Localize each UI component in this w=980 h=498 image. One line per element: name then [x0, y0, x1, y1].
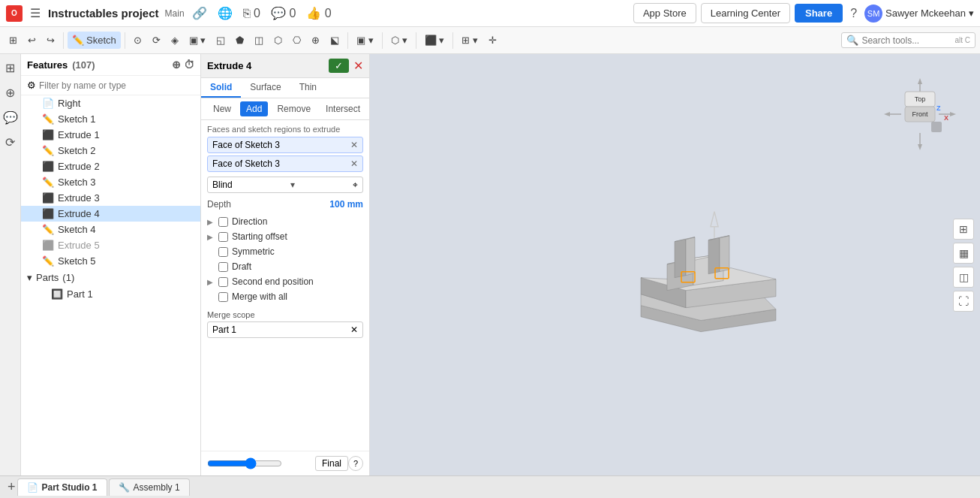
dialog-ok-button[interactable]: ✓ — [329, 59, 349, 73]
feature-item-right[interactable]: 📄 Right — [21, 95, 200, 111]
final-button[interactable]: Final — [315, 456, 348, 471]
sketch-button[interactable]: ✏️ Sketch — [68, 32, 121, 49]
blind-target-icon[interactable]: ⌖ — [353, 180, 358, 190]
feature-item-sketch4[interactable]: ✏️ Sketch 4 — [21, 222, 200, 237]
copy-button[interactable]: ⎘ 0 — [240, 4, 263, 23]
hamburger-button[interactable]: ☰ — [27, 3, 44, 23]
direction-expand-icon[interactable]: ▶ — [207, 218, 213, 226]
tool5-button[interactable]: ◱ — [212, 32, 230, 49]
subtab-intersect[interactable]: Intersect — [320, 101, 366, 116]
depth-row: Depth 100 mm — [207, 198, 363, 211]
section-view-button[interactable]: ◫ — [953, 267, 974, 288]
option-merge-all: ▶ Merge with all — [207, 289, 363, 304]
tool12-button[interactable]: ▣ ▾ — [352, 32, 378, 49]
tool2-button[interactable]: ⟳ — [148, 32, 165, 49]
tool16-button[interactable]: ✛ — [484, 32, 501, 49]
add-icon[interactable]: ⊕ — [3, 83, 17, 102]
like-icon: 👍 — [306, 7, 321, 20]
tab-thin[interactable]: Thin — [290, 78, 326, 98]
second-end-expand-icon[interactable]: ▶ — [207, 278, 213, 286]
link-icon-button[interactable]: 🔗 — [189, 3, 210, 23]
chat-icon[interactable]: 💬 — [1, 108, 20, 127]
help-button[interactable]: ? — [847, 4, 860, 23]
appearance-button[interactable]: ⛶ — [953, 291, 974, 312]
globe-icon-button[interactable]: 🌐 — [215, 3, 236, 23]
parts-header[interactable]: ▾ Parts (1) — [21, 269, 200, 286]
help-dialog-button[interactable]: ? — [348, 456, 363, 471]
tool14-button[interactable]: ⬛ ▾ — [420, 32, 449, 49]
feature-item-extrude4[interactable]: ⬛ Extrude 4 — [21, 206, 200, 222]
face1-remove-button[interactable]: ✕ — [350, 140, 358, 150]
feature-item-part1[interactable]: 🔲 Part 1 — [21, 286, 200, 302]
dialog-cancel-button[interactable]: ✕ — [353, 59, 363, 73]
share-button[interactable]: Share — [795, 4, 843, 23]
search-input[interactable] — [861, 35, 951, 46]
logo: O — [6, 5, 23, 22]
feature-item-extrude5[interactable]: ⬛ Extrude 5 — [21, 237, 200, 253]
tool1-button[interactable]: ⊙ — [129, 32, 146, 49]
blind-selector[interactable]: Blind ▾ ⌖ — [207, 177, 363, 193]
feature-item-sketch5[interactable]: ✏️ Sketch 5 — [21, 253, 200, 269]
starting-offset-checkbox[interactable] — [218, 232, 228, 242]
draft-checkbox[interactable] — [218, 262, 228, 272]
clock-icon[interactable]: ⏱ — [184, 59, 194, 71]
feature-item-extrude3[interactable]: ⬛ Extrude 3 — [21, 190, 200, 206]
starting-offset-expand-icon[interactable]: ▶ — [207, 233, 213, 241]
filter-input[interactable] — [39, 80, 194, 91]
add-feature-icon[interactable]: ⊕ — [172, 59, 181, 71]
second-end-checkbox[interactable] — [218, 277, 228, 287]
features-icon[interactable]: ⊞ — [3, 59, 17, 77]
tool6-button[interactable]: ⬟ — [231, 32, 248, 49]
user-avatar: SM — [864, 5, 882, 23]
tool8-button[interactable]: ⬡ — [269, 32, 287, 49]
tool4-button[interactable]: ▣ ▾ — [185, 32, 211, 49]
subtab-remove[interactable]: Remove — [271, 101, 317, 116]
tab-solid[interactable]: Solid — [201, 78, 241, 98]
blind-dropdown-icon[interactable]: ▾ — [290, 180, 295, 190]
tool7-button[interactable]: ◫ — [250, 32, 268, 49]
extrude-dialog: Extrude 4 ✓ ✕ Solid Surface Thin New Add… — [201, 54, 370, 475]
feature-item-extrude1[interactable]: ⬛ Extrude 1 — [21, 127, 200, 143]
project-title: Instructables project — [48, 7, 159, 20]
feature-item-sketch2[interactable]: ✏️ Sketch 2 — [21, 143, 200, 158]
comment-button[interactable]: 💬 0 — [268, 3, 299, 23]
tab-part-studio[interactable]: 📄 Part Studio 1 — [17, 478, 107, 496]
symmetric-checkbox[interactable] — [218, 247, 228, 257]
tool11-button[interactable]: ⬕ — [326, 32, 344, 49]
history-icon[interactable]: ⟳ — [3, 133, 17, 152]
nav-cube[interactable]: Top Front Z X — [882, 77, 957, 152]
sketch3-icon: ✏️ — [42, 177, 54, 188]
subtab-new[interactable]: New — [207, 101, 237, 116]
redo-button[interactable]: ↪ — [42, 32, 59, 49]
tool13-button[interactable]: ⬡ ▾ — [386, 32, 412, 49]
feature-label-extrude4: Extrude 4 — [58, 208, 100, 219]
merge-scope-remove-icon[interactable]: ✕ — [350, 324, 358, 335]
tool9-button[interactable]: ⎔ — [288, 32, 305, 49]
feature-item-sketch1[interactable]: ✏️ Sketch 1 — [21, 111, 200, 127]
branch-label: Main — [165, 8, 185, 19]
face2-remove-button[interactable]: ✕ — [350, 158, 358, 169]
feature-item-sketch3[interactable]: ✏️ Sketch 3 — [21, 174, 200, 190]
tool10-button[interactable]: ⊕ — [307, 32, 324, 49]
option-second-end-position: ▶ Second end position — [207, 274, 363, 289]
like-button[interactable]: 👍 0 — [303, 3, 334, 23]
add-tab-icon[interactable]: + — [8, 479, 16, 495]
separator-1 — [63, 32, 64, 49]
learning-center-button[interactable]: Learning Center — [701, 3, 790, 23]
user-menu[interactable]: SM Sawyer Mckeehan ▾ — [864, 5, 974, 23]
tool3-button[interactable]: ◈ — [167, 32, 183, 49]
tab-surface[interactable]: Surface — [241, 78, 290, 98]
display-mode-button[interactable]: ▦ — [953, 243, 974, 264]
grid-button[interactable]: ⊞ — [5, 32, 22, 49]
tool15-button[interactable]: ⊞ ▾ — [457, 32, 482, 49]
preview-slider[interactable] — [207, 457, 282, 469]
tab-assembly[interactable]: 🔧 Assembly 1 — [109, 478, 190, 496]
sketch-label: Sketch — [86, 35, 116, 46]
subtab-add[interactable]: Add — [240, 101, 268, 116]
merge-all-checkbox[interactable] — [218, 292, 228, 302]
app-store-button[interactable]: App Store — [633, 3, 696, 23]
undo-button[interactable]: ↩ — [23, 32, 41, 49]
feature-item-extrude2[interactable]: ⬛ Extrude 2 — [21, 158, 200, 174]
direction-checkbox[interactable] — [218, 217, 228, 227]
view-settings-button[interactable]: ⊞ — [953, 219, 974, 240]
